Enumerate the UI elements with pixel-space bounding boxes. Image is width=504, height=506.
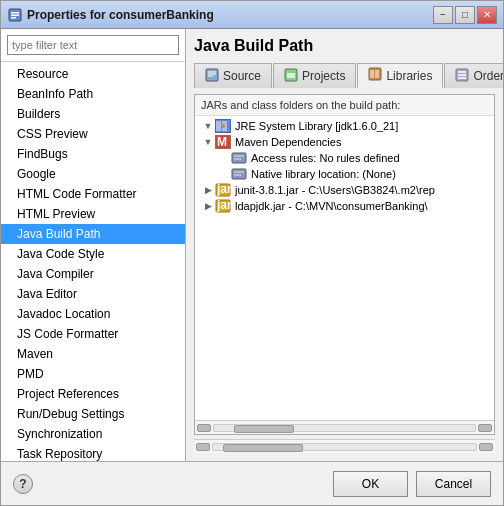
- minimize-button[interactable]: −: [433, 6, 453, 24]
- svg-point-20: [221, 124, 225, 128]
- sidebar-item[interactable]: Java Code Style: [1, 244, 185, 264]
- sidebar-item[interactable]: Maven: [1, 344, 185, 364]
- rule-icon: [231, 167, 247, 181]
- left-panel: ResourceBeanInfo PathBuildersCSS Preview…: [1, 29, 186, 461]
- expand-icon[interactable]: ▼: [201, 121, 215, 131]
- sidebar-item[interactable]: Synchronization: [1, 424, 185, 444]
- rule-icon: [231, 151, 247, 165]
- help-button[interactable]: ?: [13, 474, 33, 494]
- sidebar-item[interactable]: Run/Debug Settings: [1, 404, 185, 424]
- horizontal-scrollbar[interactable]: [195, 420, 494, 434]
- sidebar-item[interactable]: JS Code Formatter: [1, 324, 185, 344]
- build-tree-item[interactable]: Access rules: No rules defined: [197, 150, 492, 166]
- svg-rect-1: [11, 12, 19, 14]
- svg-rect-4: [206, 69, 218, 81]
- sidebar-item[interactable]: Resource: [1, 64, 185, 84]
- scroll-track2: [212, 443, 477, 451]
- tab-projects[interactable]: Projects: [273, 63, 356, 88]
- tree-item-label: Maven Dependencies: [235, 136, 341, 148]
- sidebar-item[interactable]: PMD: [1, 364, 185, 384]
- sidebar-item[interactable]: Project References: [1, 384, 185, 404]
- bottom-scrollbar[interactable]: [194, 439, 495, 453]
- right-title: Java Build Path: [194, 37, 495, 55]
- sidebar-item[interactable]: FindBugs: [1, 144, 185, 164]
- svg-rect-9: [287, 73, 295, 78]
- build-tree-item[interactable]: ▼JRE System Library [jdk1.6.0_21]: [197, 118, 492, 134]
- scroll-right-btn[interactable]: [478, 424, 492, 432]
- svg-text:jar: jar: [216, 199, 231, 212]
- tree-list: ResourceBeanInfo PathBuildersCSS Preview…: [1, 62, 185, 461]
- tab-order[interactable]: Order: [444, 63, 503, 88]
- build-tree-item[interactable]: ▶jarjunit-3.8.1.jar - C:\Users\GB3824\.m…: [197, 182, 492, 198]
- sidebar-item[interactable]: Builders: [1, 104, 185, 124]
- sidebar-item[interactable]: Java Editor: [1, 284, 185, 304]
- tab-source[interactable]: Source: [194, 63, 272, 88]
- right-panel: Java Build Path SourceProjectsLibrariesO…: [186, 29, 503, 461]
- scroll-left-btn2[interactable]: [196, 443, 210, 451]
- sidebar-item[interactable]: HTML Preview: [1, 204, 185, 224]
- tab-libraries[interactable]: Libraries: [357, 63, 443, 88]
- libraries-icon: [368, 67, 382, 84]
- main-content: ResourceBeanInfo PathBuildersCSS Preview…: [1, 29, 503, 461]
- tab-label: Order: [473, 69, 503, 83]
- expand-icon[interactable]: ▶: [201, 201, 215, 211]
- svg-rect-26: [232, 169, 246, 179]
- footer-left: ?: [13, 474, 33, 494]
- svg-rect-3: [11, 17, 16, 19]
- projects-icon: [284, 68, 298, 85]
- tree-item-label: ldapjdk.jar - C:\MVN\consumerBanking\: [235, 200, 428, 212]
- ok-button[interactable]: OK: [333, 471, 408, 497]
- title-bar-buttons: − □ ✕: [433, 6, 497, 24]
- tab-label: Projects: [302, 69, 345, 83]
- svg-rect-23: [232, 153, 246, 163]
- jar-icon: jar: [215, 183, 231, 197]
- filter-box: [1, 29, 185, 62]
- tree-item-label: junit-3.8.1.jar - C:\Users\GB3824\.m2\re…: [235, 184, 435, 196]
- sidebar-item[interactable]: Task Repository: [1, 444, 185, 461]
- window-title: Properties for consumerBanking: [27, 8, 433, 22]
- window-icon: [7, 7, 23, 23]
- sidebar-item[interactable]: Javadoc Location: [1, 304, 185, 324]
- expand-icon[interactable]: ▼: [201, 137, 215, 147]
- tab-label: Libraries: [386, 69, 432, 83]
- build-tree-item[interactable]: ▼MMaven Dependencies: [197, 134, 492, 150]
- svg-text:jar: jar: [216, 183, 231, 196]
- tree-item-label: Access rules: No rules defined: [251, 152, 400, 164]
- maximize-button[interactable]: □: [455, 6, 475, 24]
- sidebar-item[interactable]: BeanInfo Path: [1, 84, 185, 104]
- scroll-thumb[interactable]: [234, 425, 294, 433]
- close-button[interactable]: ✕: [477, 6, 497, 24]
- svg-rect-12: [375, 70, 379, 78]
- build-tree-item[interactable]: Native library location: (None): [197, 166, 492, 182]
- build-area: JARs and class folders on the build path…: [194, 94, 495, 435]
- scroll-left-btn[interactable]: [197, 424, 211, 432]
- cancel-button[interactable]: Cancel: [416, 471, 491, 497]
- expand-icon[interactable]: ▶: [201, 185, 215, 195]
- tabs: SourceProjectsLibrariesOrder: [194, 63, 495, 88]
- sidebar-item[interactable]: HTML Code Formatter: [1, 184, 185, 204]
- build-tree-item[interactable]: ▶jarldapjdk.jar - C:\MVN\consumerBanking…: [197, 198, 492, 214]
- build-tree[interactable]: ▼JRE System Library [jdk1.6.0_21]▼MMaven…: [195, 116, 494, 420]
- sidebar-item[interactable]: Google: [1, 164, 185, 184]
- scroll-track: [213, 424, 476, 432]
- order-icon: [455, 68, 469, 85]
- sidebar-item[interactable]: CSS Preview: [1, 124, 185, 144]
- tree-item-label: JRE System Library [jdk1.6.0_21]: [235, 120, 398, 132]
- jar-icon: jar: [215, 199, 231, 213]
- svg-rect-18: [216, 121, 221, 131]
- footer: ? OK Cancel: [1, 461, 503, 505]
- main-window: Properties for consumerBanking − □ ✕ Res…: [0, 0, 504, 506]
- scroll-thumb2[interactable]: [223, 444, 303, 452]
- maven-icon: M: [215, 135, 231, 149]
- sidebar-item[interactable]: Java Build Path: [1, 224, 185, 244]
- scroll-right-btn2[interactable]: [479, 443, 493, 451]
- sidebar-item[interactable]: Java Compiler: [1, 264, 185, 284]
- source-icon: [205, 68, 219, 85]
- title-bar: Properties for consumerBanking − □ ✕: [1, 1, 503, 29]
- svg-rect-2: [11, 14, 19, 16]
- tab-label: Source: [223, 69, 261, 83]
- filter-input[interactable]: [7, 35, 179, 55]
- svg-text:M: M: [217, 135, 227, 149]
- svg-rect-11: [370, 70, 374, 78]
- build-area-label: JARs and class folders on the build path…: [195, 95, 494, 116]
